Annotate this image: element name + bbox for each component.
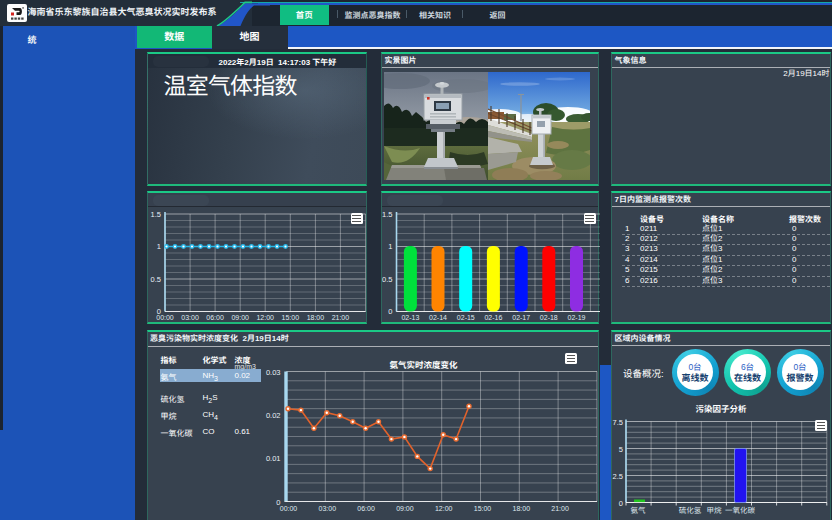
svg-text:02-13: 02-13	[401, 314, 419, 321]
svg-text:5: 5	[619, 444, 623, 453]
svg-text:1: 1	[388, 242, 392, 251]
svg-text:1.5: 1.5	[382, 210, 392, 219]
svg-text:一氧化碳: 一氧化碳	[725, 505, 755, 514]
svg-text:0.02: 0.02	[265, 410, 280, 419]
svg-text:0: 0	[619, 498, 623, 507]
svg-text:0: 0	[388, 307, 392, 316]
svg-text:21:00: 21:00	[331, 314, 349, 321]
svg-text:12:00: 12:00	[256, 314, 274, 321]
svg-text:7.5: 7.5	[613, 417, 623, 426]
svg-text:15:00: 15:00	[281, 314, 299, 321]
svg-text:18:00: 18:00	[512, 505, 530, 512]
svg-text:02-18: 02-18	[540, 314, 558, 321]
svg-text:0.03: 0.03	[265, 367, 280, 376]
svg-text:12:00: 12:00	[434, 505, 452, 512]
svg-text:硫化氢: 硫化氢	[679, 505, 702, 514]
svg-text:00:00: 00:00	[156, 314, 174, 321]
svg-text:00:00: 00:00	[279, 505, 297, 512]
svg-text:02-15: 02-15	[457, 314, 475, 321]
svg-text:06:00: 06:00	[357, 505, 375, 512]
svg-text:2.5: 2.5	[613, 471, 623, 480]
svg-text:0.01: 0.01	[265, 454, 280, 463]
svg-text:0.5: 0.5	[150, 275, 160, 284]
svg-text:02-16: 02-16	[484, 314, 502, 321]
svg-text:02-19: 02-19	[568, 314, 586, 321]
svg-text:1.5: 1.5	[150, 210, 160, 219]
svg-text:15:00: 15:00	[473, 505, 491, 512]
svg-text:03:00: 03:00	[181, 314, 199, 321]
svg-text:18:00: 18:00	[306, 314, 324, 321]
svg-text:02-14: 02-14	[429, 314, 447, 321]
svg-text:03:00: 03:00	[318, 505, 336, 512]
svg-text:09:00: 09:00	[396, 505, 414, 512]
svg-text:1: 1	[156, 242, 160, 251]
svg-text:21:00: 21:00	[551, 505, 569, 512]
svg-text:0.5: 0.5	[382, 275, 392, 284]
svg-text:06:00: 06:00	[206, 314, 224, 321]
svg-text:09:00: 09:00	[231, 314, 249, 321]
svg-text:氨气: 氨气	[631, 505, 646, 514]
svg-text:甲烷: 甲烷	[707, 505, 722, 514]
svg-text:02-17: 02-17	[512, 314, 530, 321]
